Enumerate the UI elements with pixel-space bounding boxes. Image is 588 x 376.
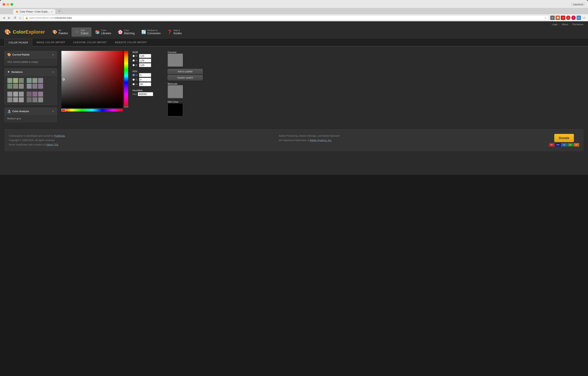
tab-close-icon[interactable]: ✕	[51, 10, 53, 13]
hsv-s-input[interactable]	[139, 78, 151, 82]
hsv-v-input[interactable]	[139, 82, 151, 86]
swatch[interactable]	[7, 84, 12, 89]
update-swatch-button[interactable]: Update swatch	[168, 75, 203, 80]
tab-image-color-import[interactable]: IMAGE COLOR IMPORT	[32, 39, 69, 46]
sep2: |	[570, 23, 571, 26]
nav-my-palettes[interactable]: 🎨 My Palettes	[49, 27, 71, 37]
swatch[interactable]	[32, 78, 38, 83]
swatch[interactable]	[38, 84, 43, 89]
hue-slider[interactable]	[124, 51, 128, 108]
swatch[interactable]	[32, 92, 38, 97]
forward-button[interactable]: ▶	[7, 16, 11, 20]
nav-color-libraries[interactable]: 📚 Color Libraries	[92, 27, 114, 37]
color-analysis-header[interactable]: 🔬 Color Analysis ▼	[5, 108, 57, 115]
swatch[interactable]	[38, 78, 43, 83]
logo[interactable]: 🎨 ColorExplorer	[4, 29, 45, 35]
swatch[interactable]	[13, 78, 18, 83]
sep1: |	[559, 23, 560, 26]
discover-icon: DC	[574, 143, 579, 146]
adobe-link[interactable]: Adobe Systems, Inc.	[310, 139, 332, 142]
credit-card-icons: MC VISA AX JCB DC	[549, 143, 579, 146]
tab-website-color-import[interactable]: WEBSITE COLOR IMPORT	[111, 39, 151, 46]
color-controls: RGB R G B	[133, 51, 163, 125]
menu-icon[interactable]: ≡	[582, 16, 586, 20]
hsv-h-radio[interactable]	[133, 74, 135, 76]
swatch[interactable]	[27, 84, 32, 89]
variations-panel: ✦ Variations ▼	[4, 68, 57, 105]
swatch[interactable]	[27, 78, 32, 83]
rgb-r-radio[interactable]	[133, 55, 135, 57]
swatch[interactable]	[13, 92, 18, 97]
back-button[interactable]: ◀	[2, 16, 6, 20]
swatch[interactable]	[32, 84, 38, 89]
user-profile[interactable]: Laurence	[571, 3, 585, 6]
hex-input[interactable]	[138, 92, 153, 96]
address-bar[interactable]: 🔒 www.colorexplorer.com/colorpicker.aspx…	[23, 15, 549, 21]
palette-icon: 🎨	[52, 30, 57, 34]
nav-analysis-conversion[interactable]: 🔄 Analysis & Conversion	[138, 27, 164, 37]
swatch[interactable]	[7, 92, 12, 97]
swatch[interactable]	[13, 84, 18, 89]
swatch[interactable]	[19, 84, 24, 89]
minimize-button[interactable]	[7, 3, 9, 6]
current-palette-header[interactable]: 🎨 Current Palette ▼	[5, 51, 57, 58]
hue-strip[interactable]	[62, 109, 123, 111]
swatch[interactable]	[38, 92, 43, 97]
pinterest-icon[interactable]: P	[571, 16, 576, 20]
tab-color-picker[interactable]: COLOR PICKER	[4, 39, 32, 46]
rgb-r-input[interactable]	[139, 54, 151, 58]
swatch[interactable]	[27, 97, 32, 103]
close-button[interactable]	[3, 3, 5, 6]
disclaimer-link[interactable]: Disclaimer	[572, 23, 584, 26]
tab-css-html-import[interactable]: CSS/HTML COLOR IMPORT	[69, 39, 111, 46]
swatch[interactable]	[7, 78, 12, 83]
swatch-group-extra	[27, 92, 43, 103]
swatch[interactable]	[19, 78, 24, 83]
home-button[interactable]: ⌂	[18, 16, 22, 20]
browser-tab[interactable]: 🎨 Color Picker • Color Explo... ✕	[13, 9, 55, 14]
rgb-b-radio[interactable]	[133, 64, 135, 66]
nav-add-colors-text: Add Colors	[81, 29, 88, 35]
yui-link[interactable]: Yahoo! YUI	[46, 143, 58, 146]
rgb-g-input[interactable]	[139, 59, 151, 63]
swatch[interactable]	[19, 92, 24, 97]
swatch[interactable]	[27, 92, 32, 97]
bookmark-icon[interactable]: ☆	[544, 16, 547, 20]
layers-icon[interactable]: ⊞	[550, 16, 555, 20]
hsv-s-radio[interactable]	[133, 79, 135, 81]
swatch[interactable]	[38, 97, 43, 103]
rgb-g-radio[interactable]	[133, 59, 135, 62]
login-link[interactable]: Login	[552, 23, 558, 26]
swatch[interactable]	[32, 97, 38, 103]
hsv-h-input[interactable]	[139, 73, 151, 77]
about-link[interactable]: About	[562, 23, 568, 26]
palette-header-icon: 🎨	[7, 53, 11, 56]
rgb-b-input[interactable]	[139, 63, 151, 67]
swatch-group-mid	[27, 78, 43, 89]
color-gradient[interactable]	[62, 51, 123, 108]
hsv-v-radio[interactable]	[133, 83, 135, 85]
color-analysis-panel: 🔬 Color Analysis ▼ Medium grey	[4, 107, 57, 122]
variations-header-icon: ✦	[7, 70, 10, 74]
ext2-icon[interactable]: ⚡	[561, 16, 565, 20]
swatch[interactable]	[13, 97, 18, 103]
gmail-icon[interactable]: M	[566, 16, 570, 20]
browser-titlebar: Laurence	[0, 2, 588, 8]
nav-color-matching[interactable]: 🌸 Color Matching	[115, 27, 138, 37]
old-color-swatch-box	[168, 103, 183, 116]
nav-help-guides[interactable]: ❓ Help & Guides	[164, 27, 185, 37]
ext1-icon[interactable]: 📊	[556, 16, 560, 20]
add-to-palette-button[interactable]: Add to palette	[168, 69, 203, 74]
port80-link[interactable]: Port80.biz	[54, 135, 65, 137]
nav-add-colors[interactable]: ➕ Add Colors	[72, 27, 92, 37]
hsv-h-row: H	[133, 73, 163, 77]
swatch[interactable]	[19, 97, 24, 103]
variations-header[interactable]: ✦ Variations ▼	[5, 68, 57, 76]
swatch[interactable]	[7, 97, 12, 103]
reload-button[interactable]: ↺	[13, 16, 17, 20]
ext42-icon[interactable]: 42	[577, 16, 581, 20]
footer-col1: ColorExplorer is developed and owned by …	[9, 134, 279, 147]
donate-button[interactable]: Donate	[554, 134, 574, 142]
maximize-button[interactable]	[10, 3, 13, 6]
new-tab-button[interactable]: +	[56, 8, 63, 14]
